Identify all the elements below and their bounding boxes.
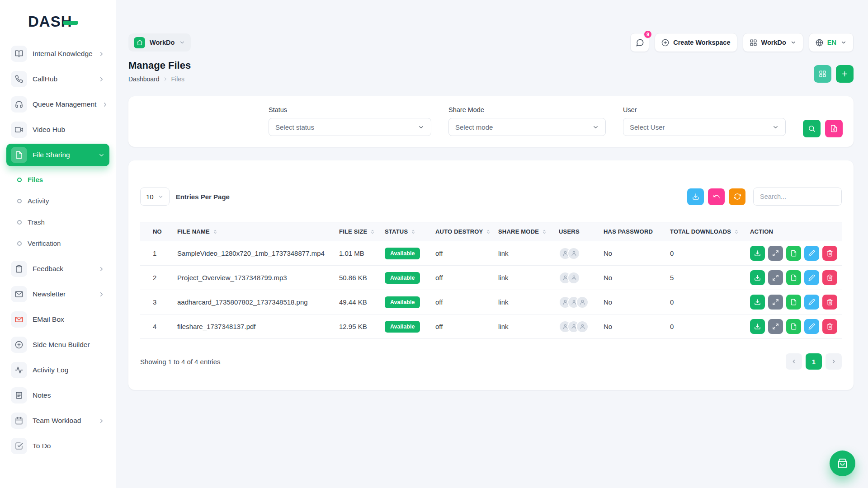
table-row: 4 fileshare_1737348137.pdf 12.95 KB Avai… bbox=[140, 314, 842, 339]
chevron-down-icon bbox=[418, 124, 425, 131]
shopping-bag-icon bbox=[837, 458, 848, 469]
app-logo[interactable]: DASH bbox=[6, 11, 109, 33]
download-icon bbox=[754, 250, 761, 257]
row-actions bbox=[750, 270, 837, 285]
edit-button[interactable] bbox=[804, 270, 819, 285]
grid-view-button[interactable] bbox=[814, 65, 831, 83]
sidebar-item-to-do[interactable]: To Do bbox=[6, 435, 109, 457]
sidebar-subitem-files[interactable]: Files bbox=[6, 169, 109, 190]
chevron-left-icon bbox=[791, 358, 797, 365]
expand-button[interactable] bbox=[768, 319, 783, 334]
user-avatar[interactable] bbox=[576, 296, 589, 309]
sidebar-item-callhub[interactable]: CallHub bbox=[6, 68, 109, 90]
edit-button[interactable] bbox=[804, 319, 819, 334]
sidebar-subitem-activity[interactable]: Activity bbox=[6, 190, 109, 211]
user-avatar[interactable] bbox=[576, 320, 589, 333]
messages-button[interactable]: 9 bbox=[630, 33, 649, 52]
pencil-icon bbox=[808, 274, 815, 281]
trash-icon bbox=[826, 299, 833, 305]
download-button[interactable] bbox=[750, 319, 765, 334]
sidebar-item-video-hub[interactable]: Video Hub bbox=[6, 118, 109, 141]
table-row: 3 aadharcard_1735807802_1737348518.png 4… bbox=[140, 290, 842, 314]
sidebar-item-internal-knowledge[interactable]: Internal Knowledge bbox=[6, 42, 109, 65]
workspace-switcher[interactable]: WorkDo bbox=[128, 33, 191, 52]
status-badge: Available bbox=[385, 248, 420, 259]
create-workspace-button[interactable]: Create Workspace bbox=[655, 33, 737, 52]
user-avatar[interactable] bbox=[567, 272, 580, 284]
table-row: 2 Project_Overview_1737348799.mp3 50.86 … bbox=[140, 266, 842, 290]
column-file-size[interactable]: FILE SIZE bbox=[335, 222, 380, 241]
sidebar-item-newsletter[interactable]: Newsletter bbox=[6, 283, 109, 305]
column-file-name[interactable]: FILE NAME bbox=[173, 222, 335, 241]
apply-filter-button[interactable] bbox=[803, 120, 821, 137]
home-icon bbox=[134, 37, 145, 48]
reset-filter-button[interactable] bbox=[825, 120, 843, 137]
export-download-button[interactable] bbox=[687, 188, 704, 205]
refresh-button[interactable] bbox=[729, 188, 745, 205]
cell-file-size: 1.01 MB bbox=[335, 241, 380, 266]
download-button[interactable] bbox=[750, 295, 765, 310]
column-users: USERS bbox=[554, 222, 599, 241]
expand-icon bbox=[772, 323, 779, 330]
trash-icon bbox=[826, 323, 833, 330]
sidebar-subitem-verification[interactable]: Verification bbox=[6, 233, 109, 254]
pencil-icon bbox=[808, 299, 815, 305]
entries-per-page-select[interactable]: 10 bbox=[140, 188, 170, 206]
user-select[interactable]: Select User bbox=[623, 118, 786, 136]
file-info-button[interactable] bbox=[786, 246, 801, 261]
add-file-button[interactable] bbox=[836, 65, 854, 83]
search-input[interactable] bbox=[753, 188, 842, 206]
sidebar-subitem-trash[interactable]: Trash bbox=[6, 211, 109, 233]
table-header-row: NO FILE NAME FILE SIZE STATUS AUTO DESTR… bbox=[140, 222, 842, 241]
share-mode-select[interactable]: Select mode bbox=[448, 118, 606, 136]
column-has-password: HAS PASSWORD bbox=[599, 222, 665, 241]
column-total-downloads[interactable]: TOTAL DOWNLOADS bbox=[665, 222, 745, 241]
previous-page-button[interactable] bbox=[786, 353, 802, 370]
column-status[interactable]: STATUS bbox=[380, 222, 431, 241]
undo-button[interactable] bbox=[708, 188, 725, 205]
delete-button[interactable] bbox=[822, 270, 837, 285]
sidebar-item-feedback[interactable]: Feedback bbox=[6, 258, 109, 280]
current-page-button[interactable]: 1 bbox=[806, 353, 822, 370]
sidebar-item-email-box[interactable]: EMail Box bbox=[6, 308, 109, 331]
cell-share-mode: link bbox=[494, 241, 554, 266]
file-icon bbox=[790, 323, 797, 330]
workspace-dropdown[interactable]: WorkDo bbox=[743, 33, 803, 52]
sidebar-item-queue-management[interactable]: Queue Management bbox=[6, 93, 109, 116]
chevron-right-icon bbox=[98, 76, 105, 83]
workspace-name: WorkDo bbox=[150, 39, 175, 46]
sidebar-item-side-menu-builder[interactable]: Side Menu Builder bbox=[6, 333, 109, 356]
delete-button[interactable] bbox=[822, 319, 837, 334]
language-dropdown[interactable]: EN bbox=[809, 33, 854, 52]
file-info-button[interactable] bbox=[786, 295, 801, 310]
expand-button[interactable] bbox=[768, 295, 783, 310]
cell-no: 1 bbox=[140, 241, 173, 266]
file-info-button[interactable] bbox=[786, 270, 801, 285]
expand-button[interactable] bbox=[768, 270, 783, 285]
cell-total-downloads: 0 bbox=[665, 241, 745, 266]
trash-icon bbox=[826, 250, 833, 257]
delete-button[interactable] bbox=[822, 295, 837, 310]
status-select[interactable]: Select status bbox=[269, 118, 431, 136]
column-auto-destroy[interactable]: AUTO DESTROY bbox=[431, 222, 494, 241]
sidebar-item-label: Newsletter bbox=[33, 290, 66, 298]
sidebar-item-activity-log[interactable]: Activity Log bbox=[6, 359, 109, 381]
download-icon bbox=[754, 323, 761, 330]
next-page-button[interactable] bbox=[826, 353, 842, 370]
expand-button[interactable] bbox=[768, 246, 783, 261]
file-info-button[interactable] bbox=[786, 319, 801, 334]
download-button[interactable] bbox=[750, 270, 765, 285]
sidebar-item-file-sharing[interactable]: File Sharing bbox=[6, 144, 109, 166]
sidebar-item-notes[interactable]: Notes bbox=[6, 384, 109, 407]
video-icon bbox=[11, 122, 27, 138]
user-avatar[interactable] bbox=[567, 247, 580, 260]
delete-button[interactable] bbox=[822, 246, 837, 261]
edit-button[interactable] bbox=[804, 246, 819, 261]
buy-now-fab[interactable] bbox=[830, 450, 855, 476]
column-share-mode[interactable]: SHARE MODE bbox=[494, 222, 554, 241]
sidebar-item-team-workload[interactable]: Team Workload bbox=[6, 409, 109, 432]
download-button[interactable] bbox=[750, 246, 765, 261]
chevron-down-icon bbox=[592, 124, 599, 131]
edit-button[interactable] bbox=[804, 295, 819, 310]
breadcrumb-dashboard-link[interactable]: Dashboard bbox=[128, 75, 160, 83]
